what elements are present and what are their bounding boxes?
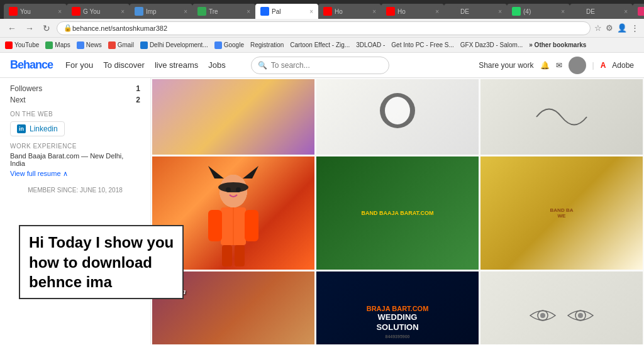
search-input[interactable] <box>271 61 382 70</box>
tab-favicon <box>9 7 18 16</box>
forward-button[interactable]: → <box>23 22 36 35</box>
tab-de1[interactable]: DE × <box>444 4 507 19</box>
tab-youtube2[interactable]: G You × <box>67 4 130 19</box>
url-text: behance.net/santoshkumar382 <box>72 25 167 32</box>
tab-youtube1[interactable]: You × <box>4 4 67 19</box>
tab-img[interactable]: Imp × <box>130 4 192 19</box>
bookmark-gmail[interactable]: Gmail <box>108 41 134 49</box>
tab-de2[interactable]: DE × <box>570 4 633 19</box>
svg-point-1 <box>385 97 410 124</box>
linkedin-icon: in <box>17 124 26 133</box>
gallery-item-1[interactable] <box>152 79 314 155</box>
tab-favicon <box>449 7 458 16</box>
lock-icon: 🔒 <box>64 24 72 32</box>
svg-rect-10 <box>245 210 258 241</box>
maps-icon <box>45 41 53 49</box>
gallery-item-9[interactable] <box>480 272 643 344</box>
gallery-image-9 <box>480 272 643 344</box>
tab-ho1[interactable]: Ho × <box>318 4 381 19</box>
linkedin-label: Linkedin <box>30 124 58 133</box>
tab-favicon <box>323 7 332 16</box>
gallery-item-5[interactable]: BAND BAAJA BARAT.COM <box>316 156 479 270</box>
news-icon <box>77 41 84 49</box>
bookmark-getintopc[interactable]: Get Into PC - Free S... <box>391 41 453 48</box>
tab-bar: You × G You × Imp × Tre × Pal × Ho × Ho … <box>0 0 644 19</box>
bookmark-registration[interactable]: Registration <box>250 41 284 48</box>
video-overlay-text: Hi Today I show youhow to downloadbehnce… <box>19 225 184 299</box>
bookmarks-bar: YouTube Maps News Gmail Delhi Developmen… <box>0 38 644 53</box>
reload-button[interactable]: ↻ <box>40 22 53 35</box>
tab-insta[interactable]: Ins × <box>633 4 644 19</box>
user-avatar[interactable] <box>569 57 586 74</box>
tab-favicon <box>512 7 521 16</box>
bookmark-other[interactable]: » Other bookmarks <box>529 41 586 48</box>
tab-favicon <box>638 7 644 16</box>
bookmark-gfx[interactable]: GFX Daz3D - Salom... <box>460 41 523 48</box>
mail-icon[interactable]: ✉ <box>556 61 562 70</box>
gallery-item-3[interactable] <box>480 79 643 155</box>
menu-icon[interactable]: ⋮ <box>631 23 639 33</box>
tab-behance[interactable]: Pal × <box>255 4 318 19</box>
share-work-button[interactable]: Share your work <box>479 61 533 70</box>
bell-icon[interactable]: 🔔 <box>540 61 550 70</box>
gallery-item-2[interactable] <box>316 79 479 155</box>
nav-bar: ← → ↻ 🔒 behance.net/santoshkumar382 ☆ ⚙ … <box>0 19 644 38</box>
work-exp-text: Band Baaja Barat.com — New Delhi, India <box>10 152 140 167</box>
nav-to-discover[interactable]: To discover <box>103 60 145 70</box>
tab-ho2[interactable]: Ho × <box>381 4 444 19</box>
followers-count: 1 <box>136 84 140 93</box>
bookmark-maps[interactable]: Maps <box>45 41 70 49</box>
browser-actions: ☆ ⚙ 👤 ⋮ <box>594 23 639 33</box>
linkedin-button[interactable]: in Linkedin <box>10 121 65 136</box>
google-icon <box>214 41 222 49</box>
extensions-icon[interactable]: ⚙ <box>606 23 613 33</box>
gallery-grid: BAND BAAJA BARAT.COM BAND BAWE BridalLeh… <box>152 79 643 344</box>
view-resume-link[interactable]: View full resume ∧ <box>10 170 140 178</box>
svg-rect-12 <box>235 245 245 266</box>
svg-point-13 <box>218 182 248 192</box>
gallery-image-1 <box>152 79 314 155</box>
tab-whatsapp[interactable]: (4) × <box>507 4 570 19</box>
tab-favicon <box>197 7 206 16</box>
nav-live-streams[interactable]: live streams <box>155 60 198 70</box>
bookmark-youtube[interactable]: YouTube <box>5 41 39 49</box>
address-bar[interactable]: 🔒 behance.net/santoshkumar382 <box>57 21 591 35</box>
bookmark-3dload[interactable]: 3DLOAD - <box>356 41 385 48</box>
followers-label: Followers <box>10 84 42 93</box>
search-icon: 🔍 <box>258 61 267 70</box>
bookmark-delhi[interactable]: Delhi Development... <box>140 41 208 49</box>
next-stat: Next 2 <box>10 96 140 104</box>
gallery-item-8[interactable]: BRAJA BART.COM WEDDINGSOLUTION 844939590… <box>316 272 479 344</box>
youtube-icon <box>5 41 13 49</box>
tab-favicon <box>386 7 395 16</box>
adobe-label: Adobe <box>612 61 634 70</box>
svg-rect-11 <box>222 245 232 266</box>
search-box[interactable]: 🔍 <box>251 57 389 74</box>
behance-header: Behance For you To discover live streams… <box>0 53 644 78</box>
tab-tre[interactable]: Tre × <box>192 4 255 19</box>
tab-favicon <box>135 7 143 16</box>
gallery-image-3 <box>480 79 643 155</box>
bookmark-news[interactable]: News <box>77 41 102 49</box>
gallery-item-6[interactable]: BAND BAWE <box>480 156 643 270</box>
bookmark-star-icon[interactable]: ☆ <box>594 23 602 33</box>
followers-stat: Followers 1 <box>10 84 140 93</box>
profile-icon[interactable]: 👤 <box>617 23 627 33</box>
behance-nav: For you To discover live streams Jobs <box>65 60 226 70</box>
tab-favicon <box>260 7 269 16</box>
gallery-image-6: BAND BAWE <box>480 156 643 270</box>
adobe-logo: A <box>601 61 606 70</box>
gallery: BAND BAAJA BARAT.COM BAND BAWE BridalLeh… <box>151 78 644 344</box>
on-web-title: ON THE WEB <box>10 111 140 118</box>
sidebar: Followers 1 Next 2 ON THE WEB in Linkedi… <box>0 78 151 344</box>
next-label: Next <box>10 96 26 104</box>
member-since: MEMBER SINCE: JUNE 10, 2018 <box>10 187 140 194</box>
adobe-divider: | <box>592 61 594 70</box>
nav-for-you[interactable]: For you <box>65 60 93 70</box>
overlay-content: Hi Today I show youhow to downloadbehnce… <box>29 234 174 290</box>
back-button[interactable]: ← <box>5 22 19 35</box>
delhi-icon <box>140 41 148 49</box>
nav-jobs[interactable]: Jobs <box>208 60 225 70</box>
bookmark-cartoon[interactable]: Cartoon Effect - Zig... <box>290 41 350 48</box>
bookmark-google[interactable]: Google <box>214 41 244 49</box>
